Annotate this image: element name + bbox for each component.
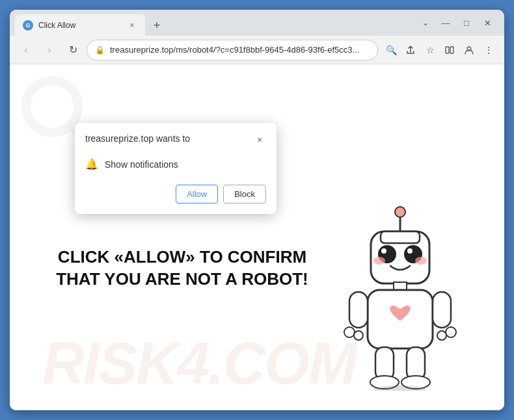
svg-point-3 [26, 81, 78, 133]
browser-window: G Click Allow × + ⌄ — □ ✕ ‹ › ↻ 🔒 treasu… [10, 10, 504, 410]
url-text: treasureprize.top/ms/robot4/?c=c91f8bbf-… [110, 45, 370, 55]
speech-bubble: CLICK «ALLOW» TO CONFIRM THAT YOU ARE NO… [36, 233, 329, 304]
svg-point-22 [437, 331, 446, 340]
reload-button[interactable]: ↻ [63, 40, 83, 60]
svg-rect-25 [407, 347, 425, 380]
toolbar-icons: 🔍 ☆ ⋮ [382, 41, 498, 59]
title-bar-controls: ⌄ — □ ✕ [417, 14, 499, 32]
svg-point-11 [407, 248, 413, 254]
tab-area: G Click Allow × + [15, 10, 417, 36]
svg-rect-15 [381, 231, 420, 243]
svg-rect-14 [394, 282, 407, 290]
reader-mode-button[interactable] [440, 41, 459, 59]
address-bar[interactable]: 🔒 treasureprize.top/ms/robot4/?c=c91f8bb… [87, 40, 378, 60]
block-button[interactable]: Block [223, 185, 266, 203]
minimize-button[interactable]: — [437, 14, 455, 32]
search-icon-button[interactable]: 🔍 [382, 41, 400, 59]
back-button[interactable]: ‹ [16, 40, 36, 60]
lock-icon: 🔒 [95, 46, 105, 55]
svg-point-12 [373, 257, 385, 265]
close-button[interactable]: ✕ [478, 14, 496, 32]
new-tab-button[interactable]: + [148, 16, 166, 34]
robot-illustration [335, 196, 478, 404]
allow-button[interactable]: Allow [176, 185, 218, 203]
bell-icon: 🔔 [85, 158, 98, 170]
svg-rect-23 [375, 347, 394, 380]
tab-favicon: G [23, 20, 33, 31]
svg-rect-17 [349, 292, 368, 328]
svg-point-19 [354, 331, 363, 340]
svg-point-6 [395, 207, 405, 217]
dialog-title: treasureprize.top wants to [85, 133, 190, 144]
active-tab[interactable]: G Click Allow × [15, 14, 145, 36]
dialog-close-button[interactable]: × [253, 133, 266, 146]
permission-row: 🔔 Show notifications [85, 154, 266, 174]
maximize-button[interactable]: □ [457, 14, 476, 32]
forward-button[interactable]: › [40, 40, 59, 60]
profile-icon-button[interactable] [460, 41, 478, 59]
share-icon-button[interactable] [401, 41, 420, 59]
page-content: RISK4.COM treasureprize.top wants to × 🔔… [10, 64, 504, 410]
toolbar: ‹ › ↻ 🔒 treasureprize.top/ms/robot4/?c=c… [10, 36, 504, 64]
svg-point-10 [381, 248, 386, 254]
tab-title: Click Allow [38, 21, 122, 30]
svg-rect-0 [446, 47, 449, 53]
svg-point-21 [446, 327, 456, 337]
tab-close-button[interactable]: × [127, 20, 137, 31]
menu-button[interactable]: ⋮ [480, 41, 498, 59]
title-bar: G Click Allow × + ⌄ — □ ✕ [10, 10, 504, 36]
svg-rect-1 [450, 47, 453, 53]
notification-dialog: treasureprize.top wants to × 🔔 Show noti… [75, 123, 277, 214]
main-page-text: CLICK «ALLOW» TO CONFIRM THAT YOU ARE NO… [55, 246, 309, 291]
title-bar-settings-icon[interactable]: ⌄ [417, 14, 434, 31]
bookmark-icon-button[interactable]: ☆ [421, 41, 439, 59]
svg-point-18 [344, 327, 355, 337]
permission-label: Show notifications [105, 159, 178, 170]
dialog-buttons: Allow Block [85, 185, 266, 203]
svg-rect-20 [433, 292, 451, 328]
svg-point-13 [415, 257, 427, 265]
dialog-header: treasureprize.top wants to × [85, 133, 266, 146]
watermark-text: RISK4.COM [42, 330, 356, 397]
